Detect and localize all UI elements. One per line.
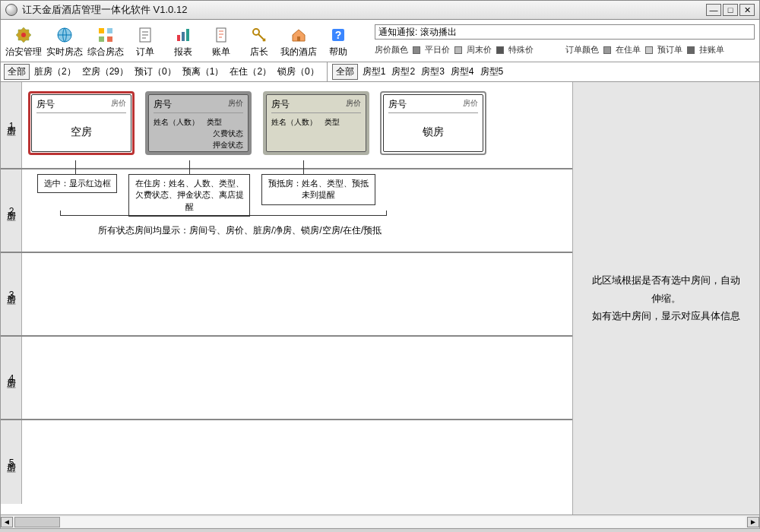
svg-rect-9 (186, 29, 189, 41)
callout-prearrival: 预抵房：姓名、类型、预抵未到提醒 (261, 174, 375, 205)
badge-icon (14, 26, 33, 44)
notice-label: 通知通报: (378, 26, 417, 39)
svg-rect-8 (182, 32, 185, 41)
toolbar-orders[interactable]: 订单 (128, 26, 162, 59)
filter-reserved[interactable]: 预订（0） (135, 65, 176, 78)
notice-text: 滚动播出 (420, 26, 457, 39)
detail-panel: 此区域根据是否有选中房间，自动伸缩。 如有选中房间，显示对应具体信息 (573, 82, 759, 515)
toolbar-label: 报表 (174, 46, 192, 59)
filter-type4[interactable]: 房型4 (451, 65, 474, 78)
row-label-1: 房型1 (1, 82, 22, 168)
row-label-5: 房型5 (1, 420, 22, 504)
toolbar: 治安管理 实时房态 综合房态 订单 报表 账单 店长 我的酒店 ? 帮助 通知通… (0, 20, 760, 62)
maximize-button[interactable]: □ (723, 4, 738, 16)
filter-type3[interactable]: 房型3 (421, 65, 445, 78)
toolbar-my-hotel[interactable]: 我的酒店 (280, 26, 317, 59)
chart-icon (174, 26, 192, 44)
room-card-prearrival[interactable]: 房号房价 姓名（人数） 类型 (263, 91, 369, 155)
notice-bar: 通知通报: 滚动播出 (375, 24, 755, 40)
toolbar-label: 订单 (136, 46, 154, 59)
svg-point-0 (21, 33, 26, 37)
row-label-2: 房型2 (1, 169, 22, 252)
grid-icon (97, 26, 115, 44)
window-title: 讧天金盾酒店管理一体化软件 V1.0.12 (22, 3, 706, 17)
swatch-pending (687, 46, 695, 54)
swatch-occupied (603, 46, 611, 54)
minimize-button[interactable]: ― (706, 4, 721, 16)
room-card-locked[interactable]: 房号房价 锁房 (380, 91, 486, 155)
scroll-left-icon[interactable]: ◄ (1, 517, 13, 527)
summary-note: 所有状态房间均显示：房间号、房价、脏房/净房、锁房/空房/在住/预抵 (98, 224, 382, 237)
app-icon (5, 4, 17, 16)
svg-rect-7 (177, 35, 180, 41)
filter-locked[interactable]: 锁房（0） (277, 65, 319, 78)
key-icon (250, 26, 268, 44)
swatch-weekday (413, 46, 420, 54)
filter-empty[interactable]: 空房（29） (82, 65, 128, 78)
filter-occupied[interactable]: 在住（2） (230, 65, 271, 78)
filter-bar: 全部 脏房（2） 空房（29） 预订（0） 预离（1） 在住（2） 锁房（0） … (0, 62, 760, 82)
swatch-special (496, 46, 504, 54)
main-area: 房型1 房号房价 空房 房号房价 姓名（人数） (0, 82, 760, 515)
toolbar-help[interactable]: ? 帮助 (321, 26, 355, 59)
home-icon (290, 26, 308, 44)
filter-all-status[interactable]: 全部 (4, 64, 30, 80)
filter-all-types[interactable]: 全部 (332, 64, 358, 80)
globe-icon (55, 26, 74, 44)
svg-rect-2 (99, 28, 104, 33)
callout-selected: 选中：显示红边框 (37, 174, 117, 193)
callout-occupied: 在住房：姓名、人数、类型、欠费状态、押金状态、离店提醒 (128, 174, 250, 217)
svg-rect-4 (99, 36, 104, 42)
titlebar: 讧天金盾酒店管理一体化软件 V1.0.12 ― □ ✕ (0, 0, 760, 20)
toolbar-label: 店长 (250, 46, 268, 59)
toolbar-rooms-overview[interactable]: 综合房态 (87, 26, 124, 59)
legend-price-label: 房价颜色 (375, 44, 408, 55)
toolbar-manager[interactable]: 店长 (242, 26, 276, 59)
toolbar-reports[interactable]: 报表 (166, 26, 200, 59)
svg-rect-12 (297, 36, 300, 41)
filter-dirty[interactable]: 脏房（2） (34, 65, 76, 78)
legend-order-label: 订单颜色 (565, 44, 599, 55)
filter-type5[interactable]: 房型5 (480, 65, 504, 78)
svg-rect-10 (217, 28, 226, 42)
swatch-reserved (645, 46, 653, 54)
close-button[interactable]: ✕ (739, 4, 755, 16)
toolbar-label: 治安管理 (5, 46, 42, 59)
svg-text:?: ? (335, 29, 342, 41)
toolbar-label: 综合房态 (87, 46, 124, 59)
filter-type1[interactable]: 房型1 (363, 65, 386, 78)
svg-rect-3 (107, 28, 112, 33)
toolbar-label: 账单 (212, 46, 230, 59)
receipt-icon (212, 26, 230, 44)
toolbar-label: 帮助 (329, 46, 347, 59)
row-label-4: 房型4 (1, 337, 22, 419)
room-card-occupied[interactable]: 房号房价 姓名（人数） 类型 欠费状态 押金状态 (145, 91, 252, 155)
row-label-3: 房型3 (1, 253, 22, 335)
detail-line1: 此区域根据是否有选中房间，自动伸缩。 (588, 271, 744, 307)
filter-leaving[interactable]: 预离（1） (182, 65, 224, 78)
room-card-empty[interactable]: 房号房价 空房 (28, 91, 135, 155)
toolbar-label: 我的酒店 (280, 46, 317, 59)
toolbar-label: 实时房态 (46, 46, 83, 59)
svg-point-11 (253, 29, 259, 35)
swatch-weekend (454, 46, 462, 54)
svg-rect-5 (107, 36, 112, 42)
scroll-right-icon[interactable]: ► (747, 517, 759, 527)
horizontal-scrollbar[interactable]: ◄ ► (0, 515, 760, 529)
help-icon: ? (329, 26, 347, 44)
filter-type2[interactable]: 房型2 (391, 65, 415, 78)
detail-line2: 如有选中房间，显示对应具体信息 (588, 307, 744, 325)
document-icon (136, 26, 154, 44)
toolbar-security[interactable]: 治安管理 (5, 26, 42, 59)
scroll-track[interactable] (14, 517, 746, 527)
scroll-thumb[interactable] (14, 517, 60, 527)
toolbar-realtime-rooms[interactable]: 实时房态 (46, 26, 83, 59)
toolbar-bills[interactable]: 账单 (204, 26, 238, 59)
